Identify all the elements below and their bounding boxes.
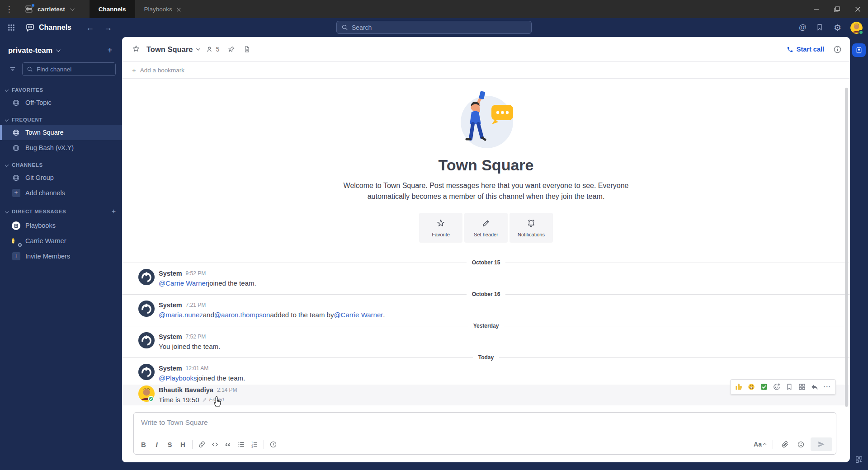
- close-tab-icon[interactable]: [176, 7, 181, 12]
- system-avatar: [138, 364, 155, 380]
- message-row[interactable]: System7:52 PMYou joined the team.: [122, 331, 850, 352]
- svg-text:3: 3: [251, 445, 253, 448]
- thumbs-up-reaction-button[interactable]: [733, 381, 745, 393]
- plus-square-icon: [12, 252, 20, 261]
- save-message-button[interactable]: [783, 381, 795, 393]
- forward-arrow-icon[interactable]: [104, 23, 112, 33]
- settings-gear-icon[interactable]: [834, 23, 841, 33]
- emoji-picker-button[interactable]: [795, 438, 807, 451]
- message-author[interactable]: System: [159, 333, 182, 340]
- sidebar-item-invite-members[interactable]: Invite Members: [0, 249, 122, 264]
- app-menu-icon[interactable]: [0, 0, 18, 18]
- message-apps-button[interactable]: [796, 381, 808, 393]
- message-row[interactable]: System7:21 PM@maria.nunez and @aaron.tho…: [122, 300, 850, 320]
- mentions-icon[interactable]: [799, 23, 807, 32]
- sidebar-category-direct-messages[interactable]: DIRECT MESSAGES: [0, 201, 122, 218]
- add-reaction-button[interactable]: [771, 381, 783, 393]
- channel-name-menu[interactable]: Town Square: [146, 45, 206, 54]
- sidebar-item-carrie-warner[interactable]: Carrie Warner: [0, 233, 122, 249]
- favorite-star-icon[interactable]: [132, 45, 141, 54]
- channel-members-button[interactable]: 5: [206, 46, 219, 53]
- more-actions-button[interactable]: [821, 381, 833, 393]
- restore-button[interactable]: [826, 0, 847, 18]
- message-feed: October 15System9:52 PM@Carrie Warner jo…: [122, 258, 850, 405]
- scrollbar-thumb[interactable]: [845, 88, 848, 407]
- italic-button[interactable]: I: [151, 438, 163, 451]
- start-call-button[interactable]: Start call: [787, 46, 824, 53]
- message-row[interactable]: System9:52 PM@Carrie Warner joined the t…: [122, 268, 850, 289]
- channel-info-icon[interactable]: [833, 45, 842, 54]
- channel-filter-icon[interactable]: [6, 63, 19, 75]
- mention-link[interactable]: @Carrie Warner: [159, 279, 208, 287]
- message-priority-button[interactable]: [267, 438, 279, 451]
- message-text: You joined the team.: [159, 341, 850, 351]
- check-mark-button-reaction-button[interactable]: [758, 381, 770, 393]
- message-row[interactable]: Bhautik Bavadiya2:14 PMTime is 19:50Edit…: [122, 385, 850, 405]
- message-author[interactable]: Bhautik Bavadiya: [159, 386, 213, 394]
- minimize-button[interactable]: [806, 0, 826, 18]
- team-switcher[interactable]: carrietest: [18, 0, 80, 18]
- code-button[interactable]: [209, 438, 221, 451]
- user-avatar[interactable]: [850, 22, 863, 34]
- sidebar-category-favorites[interactable]: FAVORITES: [0, 80, 122, 95]
- sidebar-item-label: Carrie Warner: [25, 237, 66, 244]
- mention-link[interactable]: @aaron.thompson: [214, 311, 270, 319]
- add-channel-plus-button[interactable]: [104, 44, 116, 56]
- window-tab-playbooks[interactable]: Playbooks: [135, 0, 190, 18]
- attach-file-button[interactable]: [779, 438, 791, 451]
- message-list[interactable]: Town Square Welcome to Town Square. Post…: [122, 79, 850, 462]
- date-divider: Today: [122, 353, 850, 362]
- sidebar-item-playbooks[interactable]: Playbooks: [0, 218, 122, 233]
- strikethrough-button[interactable]: S: [164, 438, 176, 451]
- sidebar-item-off-topic[interactable]: Off-Topic: [0, 95, 122, 110]
- quote-button[interactable]: [222, 438, 234, 451]
- mention-link[interactable]: @maria.nunez: [159, 311, 203, 319]
- hide-formatting-button[interactable]: Aa: [754, 441, 767, 448]
- reply-button[interactable]: [809, 381, 821, 393]
- notifications-button[interactable]: Notifications: [509, 213, 553, 243]
- saved-messages-icon[interactable]: [816, 23, 825, 32]
- mention-link[interactable]: @Playbooks: [159, 374, 197, 382]
- sidebar-item-add-channels[interactable]: Add channels: [0, 185, 122, 201]
- back-arrow-icon[interactable]: [86, 23, 94, 33]
- message-author[interactable]: System: [159, 270, 182, 277]
- message-author[interactable]: System: [159, 365, 182, 372]
- search-input[interactable]: Search: [336, 21, 532, 34]
- unread-dot: [31, 4, 35, 7]
- pinned-posts-icon[interactable]: [226, 44, 236, 54]
- chevron-down-icon: [5, 88, 9, 92]
- playbooks-app-button[interactable]: [852, 43, 866, 57]
- apps-grid-plus-icon[interactable]: [855, 456, 863, 464]
- sidebar-item-bug-bash-vx-y[interactable]: Bug Bash (vX.Y): [0, 140, 122, 155]
- message-text: @Carrie Warner joined the team.: [159, 278, 850, 288]
- find-channel-placeholder: Find channel: [37, 66, 71, 73]
- close-button[interactable]: [847, 0, 868, 18]
- message-timestamp: 12:01 AM: [186, 365, 209, 371]
- set-header-button[interactable]: Set header: [464, 213, 508, 243]
- send-message-button[interactable]: [811, 437, 832, 451]
- window-tab-channels[interactable]: Channels: [90, 0, 135, 18]
- product-switcher-icon[interactable]: [5, 21, 18, 34]
- sidebar-item-town-square[interactable]: Town Square: [0, 125, 122, 140]
- favorite-button[interactable]: Favorite: [419, 213, 462, 243]
- numbered-list-button[interactable]: 123: [248, 438, 260, 451]
- sidebar-category-frequent[interactable]: FREQUENT: [0, 110, 122, 125]
- channel-files-icon[interactable]: [242, 44, 252, 54]
- link-button[interactable]: [196, 438, 208, 451]
- channel-sidebar: private-team Find channel FAVORITESOff-T…: [0, 37, 122, 470]
- window-tabs: ChannelsPlaybooks: [90, 0, 190, 18]
- bold-button[interactable]: B: [137, 438, 150, 451]
- heading-button[interactable]: H: [177, 438, 189, 451]
- add-direct-message-button[interactable]: [112, 207, 116, 216]
- find-channel-input[interactable]: Find channel: [22, 62, 116, 76]
- mention-link[interactable]: @Carrie Warner: [334, 311, 383, 319]
- bulleted-list-button[interactable]: [235, 438, 247, 451]
- team-name[interactable]: private-team: [8, 46, 52, 55]
- message-composer: Write to Town Square BISH123 Aa: [133, 412, 836, 455]
- add-bookmark-button[interactable]: Add a bookmark: [122, 62, 850, 79]
- composer-input[interactable]: Write to Town Square: [134, 413, 836, 432]
- grinning-face-reaction-button[interactable]: [745, 381, 757, 393]
- sidebar-item-git-group[interactable]: Git Group: [0, 170, 122, 185]
- message-author[interactable]: System: [159, 301, 182, 309]
- sidebar-category-channels[interactable]: CHANNELS: [0, 155, 122, 170]
